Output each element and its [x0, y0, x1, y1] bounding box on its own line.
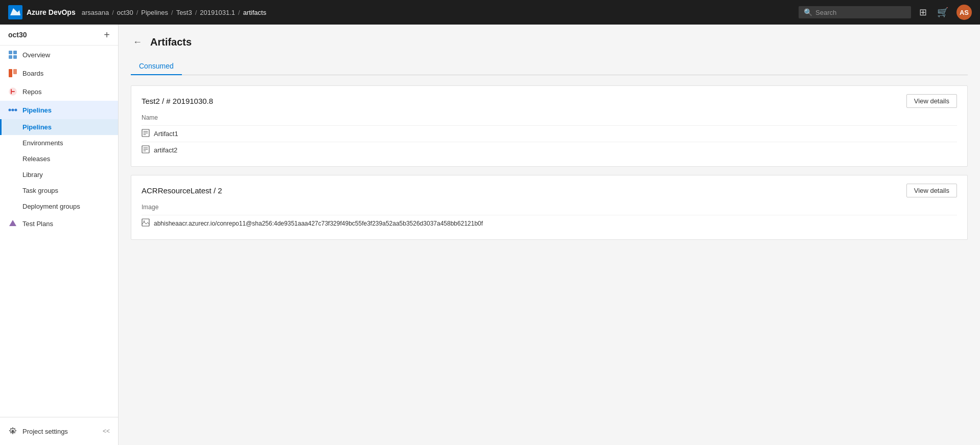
sidebar-footer: Project settings << — [0, 417, 118, 445]
sidebar-sub-item-releases[interactable]: Releases — [0, 151, 118, 167]
card-1-header: Test2 / # 20191030.8 View details — [142, 94, 957, 108]
view-details-button-2[interactable]: View details — [906, 184, 957, 197]
artifact-name-1-1: Artifact1 — [154, 130, 178, 138]
pipelines-icon — [8, 105, 17, 115]
artifact-row-1-2: artifact2 — [142, 142, 957, 158]
card-1-title: Test2 / # 20191030.8 — [142, 97, 213, 105]
sidebar-item-testplans-label: Test Plans — [22, 220, 53, 228]
sidebar-item-repos-label: Repos — [22, 88, 42, 96]
sep4: / — [195, 9, 197, 16]
project-settings-item[interactable]: Project settings << — [0, 422, 118, 440]
svg-marker-13 — [9, 220, 16, 226]
boards-icon — [8, 69, 17, 78]
sidebar-item-pipelines[interactable]: Pipelines — [0, 101, 118, 119]
sidebar-item-testplans[interactable]: Test Plans — [0, 214, 118, 233]
card-2-title: ACRResourceLatest / 2 — [142, 186, 222, 195]
breadcrumb-test3[interactable]: Test3 — [176, 9, 192, 16]
sidebar-sub-taskgroups-label: Task groups — [22, 187, 58, 194]
card-2-header: ACRResourceLatest / 2 View details — [142, 184, 957, 197]
image-icon-2-1 — [142, 218, 150, 228]
sidebar-item-pipelines-label: Pipelines — [22, 106, 52, 114]
page-title: Artifacts — [150, 36, 192, 48]
sidebar-sub-pipelines-label: Pipelines — [22, 123, 52, 131]
sidebar-sub-releases-label: Releases — [22, 155, 50, 163]
main-content-area: ← Artifacts Consumed Test2 / # 20191030.… — [119, 25, 980, 445]
card-2-col-header: Image — [142, 204, 957, 211]
sidebar-item-boards-label: Boards — [22, 70, 43, 77]
svg-point-14 — [12, 430, 14, 433]
breadcrumb: arsasana / oct30 / Pipelines / Test3 / 2… — [82, 9, 792, 16]
sidebar-sub-item-deploygroups[interactable]: Deployment groups — [0, 198, 118, 214]
top-nav-right: 🔍 ⊞ 🛒 AS — [799, 5, 972, 20]
repos-icon — [8, 87, 17, 96]
sidebar-item-repos[interactable]: Repos — [0, 82, 118, 101]
search-input[interactable] — [815, 9, 906, 16]
collapse-icon[interactable]: << — [103, 428, 110, 435]
artifact-name-2-1: abhisheaacr.azurecr.io/conrepo11@sha256:… — [154, 220, 483, 227]
artifact-icon-1-1 — [142, 129, 150, 139]
sidebar-header: oct30 + — [0, 25, 118, 46]
breadcrumb-pipelines[interactable]: Pipelines — [141, 9, 168, 16]
sidebar-sub-item-pipelines[interactable]: Pipelines — [0, 119, 118, 135]
sep5: / — [238, 9, 240, 16]
project-name: oct30 — [8, 31, 27, 39]
artifact-icon-1-2 — [142, 145, 150, 155]
settings-icon — [8, 427, 17, 436]
logo-label: Azure DevOps — [27, 8, 76, 16]
artifact-card-2: ACRResourceLatest / 2 View details Image… — [131, 175, 968, 240]
artifact-name-1-2: artifact2 — [154, 146, 177, 154]
tab-bar: Consumed — [131, 58, 968, 75]
sidebar-nav: Overview Boards Repos Pipe — [0, 46, 118, 417]
page-header: ← Artifacts — [131, 35, 968, 50]
svg-rect-5 — [9, 69, 12, 77]
top-nav: Azure DevOps arsasana / oct30 / Pipeline… — [0, 0, 980, 25]
sep1: / — [112, 9, 114, 16]
sep2: / — [136, 9, 138, 16]
sidebar-item-overview-label: Overview — [22, 51, 50, 59]
user-avatar[interactable]: AS — [956, 5, 972, 20]
sep3: / — [171, 9, 173, 16]
testplans-icon — [8, 219, 17, 228]
svg-point-10 — [15, 109, 17, 112]
breadcrumb-artifacts[interactable]: artifacts — [243, 9, 267, 16]
overview-icon — [8, 50, 17, 59]
search-box[interactable]: 🔍 — [799, 6, 911, 18]
add-project-button[interactable]: + — [104, 30, 110, 40]
sidebar-sub-environments-label: Environments — [22, 139, 63, 147]
artifact-row-2-1: abhisheaacr.azurecr.io/conrepo11@sha256:… — [142, 215, 957, 231]
breadcrumb-oct30[interactable]: oct30 — [117, 9, 133, 16]
svg-rect-4 — [13, 55, 17, 59]
sidebar-sub-item-taskgroups[interactable]: Task groups — [0, 183, 118, 198]
sidebar-sub-item-environments[interactable]: Environments — [0, 135, 118, 151]
sidebar-item-overview[interactable]: Overview — [0, 46, 118, 64]
artifact-row-1-1: Artifact1 — [142, 125, 957, 142]
project-settings-label: Project settings — [22, 428, 68, 435]
svg-rect-6 — [13, 69, 17, 74]
back-button[interactable]: ← — [131, 35, 144, 50]
sidebar-item-boards[interactable]: Boards — [0, 64, 118, 82]
sidebar: oct30 + Overview Boards — [0, 25, 119, 445]
card-1-col-header: Name — [142, 114, 957, 121]
breadcrumb-arsasana[interactable]: arsasana — [82, 9, 109, 16]
svg-rect-2 — [13, 51, 17, 54]
sidebar-sub-deploygroups-label: Deployment groups — [22, 203, 80, 210]
svg-rect-17 — [142, 219, 149, 226]
grid-icon-button[interactable]: ⊞ — [917, 5, 929, 20]
view-details-button-1[interactable]: View details — [906, 94, 957, 108]
breadcrumb-build[interactable]: 20191031.1 — [200, 9, 235, 16]
basket-icon-button[interactable]: 🛒 — [935, 5, 950, 20]
search-icon: 🔍 — [804, 8, 812, 16]
svg-point-9 — [12, 109, 14, 112]
sidebar-sub-library-label: Library — [22, 171, 43, 179]
svg-rect-3 — [9, 55, 12, 59]
artifact-card-1: Test2 / # 20191030.8 View details Name A… — [131, 85, 968, 167]
azure-devops-logo[interactable]: Azure DevOps — [8, 5, 76, 19]
sidebar-sub-item-library[interactable]: Library — [0, 167, 118, 183]
tab-consumed[interactable]: Consumed — [131, 58, 182, 75]
svg-point-8 — [9, 109, 11, 112]
svg-rect-1 — [9, 51, 12, 54]
